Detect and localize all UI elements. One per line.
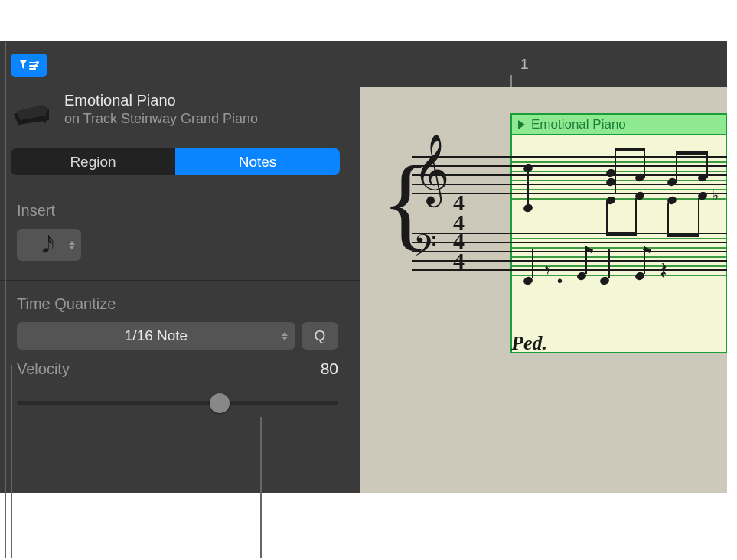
filter-icon	[18, 59, 40, 71]
callout-line	[11, 365, 12, 558]
quantize-section: Time Quantize 1/16 Note Q	[17, 295, 338, 350]
treble-clef: 𝄞	[413, 135, 449, 205]
track-subtitle: on Track Steinway Grand Piano	[64, 111, 258, 127]
tab-group: Region Notes	[11, 148, 340, 175]
score-content[interactable]: Emotional Piano	[360, 87, 727, 378]
editor-panel: Emotional Piano on Track Steinway Grand …	[0, 41, 727, 493]
filter-button[interactable]	[11, 54, 47, 77]
divider	[0, 280, 360, 281]
quantize-value: 1/16 Note	[125, 327, 188, 344]
region-title: Emotional Piano	[531, 117, 626, 132]
svg-point-1	[34, 64, 38, 67]
track-info: Emotional Piano on Track Steinway Grand …	[11, 92, 258, 127]
insert-label: Insert	[17, 202, 81, 220]
stepper-arrows-icon	[69, 241, 75, 249]
slider-thumb[interactable]	[210, 393, 230, 413]
track-name: Emotional Piano	[64, 92, 258, 109]
stepper-arrows-icon	[282, 332, 288, 340]
time-signature-bass: 4 4	[453, 231, 465, 270]
slider-track	[17, 401, 338, 405]
play-icon	[518, 120, 525, 129]
svg-rect-4	[44, 116, 46, 123]
velocity-label: Velocity	[17, 360, 70, 378]
quantize-apply-button[interactable]: Q	[302, 322, 338, 350]
pedal-mark: Ped.	[511, 332, 547, 355]
insert-section: Insert 𝅘𝅥𝅯	[17, 202, 81, 261]
velocity-section: Velocity 80	[17, 360, 338, 415]
inspector-sidebar: Emotional Piano on Track Steinway Grand …	[0, 41, 360, 493]
svg-point-0	[36, 61, 39, 64]
callout-line	[5, 42, 6, 558]
callout-line	[260, 417, 262, 558]
time-signature-treble: 4 4	[453, 193, 465, 232]
insert-dropdown[interactable]: 𝅘𝅥𝅯	[17, 229, 81, 261]
score-area: 1 Emotional Piano	[360, 41, 727, 493]
velocity-value: 80	[321, 360, 338, 378]
timeline-ruler[interactable]: 1	[360, 41, 727, 87]
velocity-slider[interactable]	[17, 392, 338, 415]
quantize-label: Time Quantize	[17, 295, 338, 313]
tab-notes[interactable]: Notes	[175, 148, 340, 175]
svg-rect-3	[18, 119, 20, 125]
tab-region[interactable]: Region	[11, 148, 175, 175]
ruler-tick	[510, 75, 512, 87]
region-header[interactable]: Emotional Piano	[510, 113, 727, 134]
svg-point-2	[33, 67, 36, 70]
quantize-dropdown[interactable]: 1/16 Note	[17, 322, 295, 350]
ruler-marker: 1	[520, 56, 529, 73]
piano-icon	[11, 93, 52, 126]
bass-clef: 𝄢	[413, 228, 437, 272]
